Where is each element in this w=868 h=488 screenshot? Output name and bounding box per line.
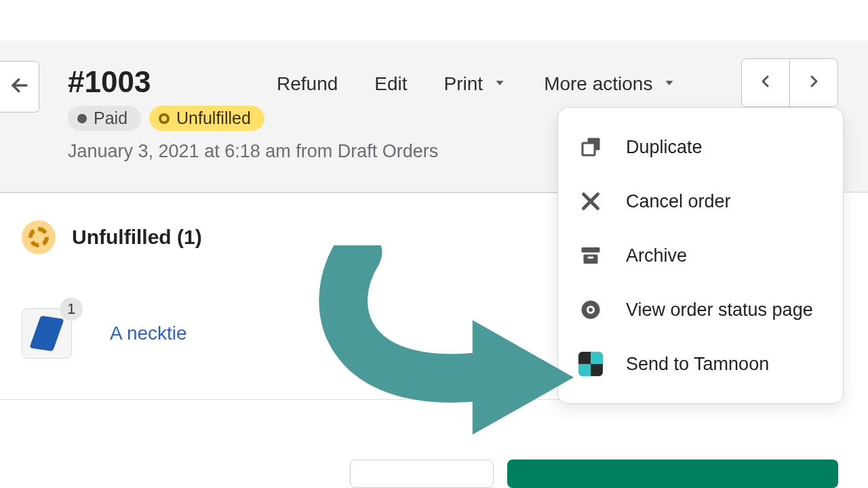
menu-item-view-status[interactable]: View order status page (558, 283, 843, 337)
edit-label: Edit (374, 73, 407, 95)
secondary-button[interactable] (350, 460, 494, 488)
refund-label: Refund (277, 73, 338, 95)
more-actions-label: More actions (544, 73, 652, 95)
ring-icon (159, 113, 170, 124)
order-pager (741, 58, 838, 107)
order-meta: January 3, 2021 at 6:18 am from Draft Or… (68, 141, 438, 162)
refund-button[interactable]: Refund (277, 73, 338, 95)
chevron-right-icon (806, 73, 822, 92)
paid-badge: Paid (68, 106, 141, 131)
card-actions-row (350, 460, 838, 488)
print-label: Print (444, 73, 484, 95)
menu-label: Cancel order (626, 191, 731, 212)
print-button[interactable]: Print (444, 73, 508, 95)
close-icon (578, 189, 603, 214)
eye-icon (578, 298, 603, 322)
card-title: Unfulfilled (1) (72, 226, 202, 249)
menu-label: Duplicate (626, 137, 703, 158)
unfulfilled-badge-label: Unfulfilled (176, 108, 251, 128)
tamnoon-app-icon (578, 352, 603, 376)
order-id: #1003 (68, 65, 151, 99)
next-order-button[interactable] (789, 58, 838, 107)
svg-rect-2 (583, 143, 595, 155)
svg-rect-7 (588, 257, 594, 259)
svg-rect-6 (584, 255, 598, 264)
back-button[interactable] (0, 61, 39, 113)
svg-rect-5 (582, 247, 600, 253)
unfulfilled-badge: Unfulfilled (149, 106, 264, 131)
menu-label: Archive (626, 245, 687, 266)
arrow-left-icon (9, 75, 30, 98)
prev-order-button[interactable] (741, 58, 790, 107)
unfulfilled-ring-icon (22, 220, 56, 254)
menu-item-duplicate[interactable]: Duplicate (558, 120, 843, 174)
paid-badge-label: Paid (94, 108, 127, 128)
duplicate-icon (578, 135, 603, 159)
menu-item-archive[interactable]: Archive (558, 228, 843, 283)
menu-label: View order status page (626, 300, 813, 321)
more-actions-menu: Duplicate Cancel order Archive View orde… (557, 107, 844, 404)
primary-button[interactable] (507, 460, 838, 488)
menu-item-cancel-order[interactable]: Cancel order (558, 174, 843, 228)
toolbar: Refund Edit Print More actions (277, 73, 677, 95)
necktie-icon (29, 316, 64, 352)
chevron-left-icon (757, 73, 774, 92)
menu-label: Send to Tamnoon (626, 354, 769, 375)
chevron-down-icon (492, 73, 507, 95)
status-badges: Paid Unfulfilled (68, 106, 264, 131)
dot-icon (77, 114, 87, 123)
quantity-badge: 1 (60, 298, 83, 321)
archive-icon (578, 243, 603, 268)
menu-item-send-tamnoon[interactable]: Send to Tamnoon (558, 337, 843, 391)
chevron-down-icon (662, 73, 677, 95)
svg-point-10 (589, 308, 593, 312)
more-actions-button[interactable]: More actions (544, 73, 677, 95)
edit-button[interactable]: Edit (374, 73, 407, 95)
product-link[interactable]: A necktie (110, 323, 187, 344)
